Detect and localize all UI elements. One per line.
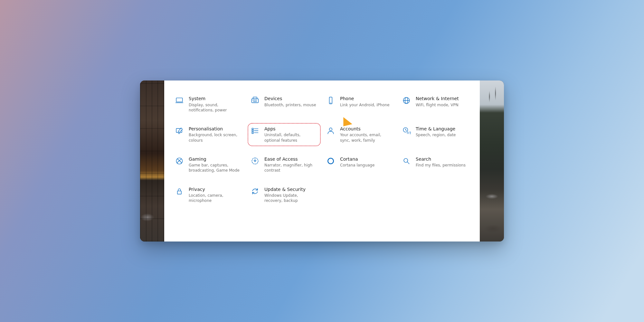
category-title: Privacy bbox=[189, 187, 241, 193]
ease-icon bbox=[250, 156, 260, 166]
svg-rect-3 bbox=[253, 97, 257, 99]
settings-category-phone[interactable]: PhoneLink your Android, iPhone bbox=[325, 94, 395, 115]
svg-point-7 bbox=[256, 100, 257, 100]
screenshot-card: SystemDisplay, sound, notifications, pow… bbox=[140, 80, 504, 242]
category-description: Link your Android, iPhone bbox=[340, 102, 390, 108]
keyboard-icon bbox=[250, 96, 260, 106]
settings-categories-grid: SystemDisplay, sound, notifications, pow… bbox=[173, 94, 471, 205]
svg-line-30 bbox=[407, 162, 409, 164]
category-title: Time & Language bbox=[416, 126, 456, 132]
category-description: Location, camera, microphone bbox=[189, 193, 241, 203]
category-description: WiFi, flight mode, VPN bbox=[416, 102, 459, 108]
settings-category-personalisation[interactable]: PersonalisationBackground, lock screen, … bbox=[173, 124, 244, 145]
category-description: Find my files, permissions bbox=[416, 163, 466, 168]
settings-category-system[interactable]: SystemDisplay, sound, notifications, pow… bbox=[173, 94, 244, 115]
category-description: Cortana language bbox=[340, 163, 374, 168]
settings-category-update-security[interactable]: Update & SecurityWindows Update, recover… bbox=[249, 185, 319, 205]
category-description: Game bar, captures, broadcasting, Game M… bbox=[189, 163, 241, 173]
svg-text:A字: A字 bbox=[407, 131, 411, 135]
svg-point-4 bbox=[253, 100, 253, 100]
svg-point-5 bbox=[254, 100, 254, 100]
svg-line-25 bbox=[405, 130, 407, 130]
category-title: Network & Internet bbox=[416, 96, 459, 102]
settings-category-gaming[interactable]: GamingGame bar, captures, broadcasting, … bbox=[173, 155, 244, 175]
category-description: Windows Update, recovery, backup bbox=[264, 193, 317, 203]
svg-rect-2 bbox=[252, 99, 259, 103]
category-description: Display, sound, notifications, power bbox=[189, 102, 241, 113]
sync-icon bbox=[250, 187, 260, 196]
category-title: Cortana bbox=[340, 156, 374, 162]
cortana-icon bbox=[326, 156, 336, 166]
svg-rect-0 bbox=[176, 98, 182, 102]
settings-category-apps[interactable]: AppsUninstall, defaults, optional featur… bbox=[249, 124, 319, 145]
phone-icon bbox=[326, 96, 336, 106]
category-title: Devices bbox=[264, 96, 316, 102]
category-title: Update & Security bbox=[264, 187, 317, 193]
settings-category-accounts[interactable]: AccountsYour accounts, email, sync, work… bbox=[325, 124, 395, 145]
laptop-icon bbox=[175, 96, 184, 106]
globe-icon bbox=[402, 96, 411, 106]
category-title: Search bbox=[416, 156, 466, 162]
settings-category-ease-of-access[interactable]: Ease of AccessNarrator, magnifier, high … bbox=[249, 155, 319, 175]
settings-category-cortana[interactable]: CortanaCortana language bbox=[325, 155, 395, 175]
search-icon bbox=[402, 156, 411, 166]
category-title: Phone bbox=[340, 96, 390, 102]
category-description: Background, lock screen, colours bbox=[189, 132, 241, 143]
settings-category-devices[interactable]: DevicesBluetooth, printers, mouse bbox=[249, 94, 319, 115]
list-icon bbox=[250, 126, 260, 136]
category-description: Narrator, magnifier, high contrast bbox=[264, 163, 317, 173]
wallpaper-right bbox=[480, 80, 504, 242]
category-title: Personalisation bbox=[189, 126, 241, 132]
category-title: Accounts bbox=[340, 126, 393, 132]
category-title: Ease of Access bbox=[264, 156, 317, 162]
lock-icon bbox=[175, 187, 184, 196]
category-description: Your accounts, email, sync, work, family bbox=[340, 132, 393, 143]
person-icon bbox=[326, 126, 336, 136]
category-title: Apps bbox=[264, 126, 317, 132]
svg-rect-17 bbox=[252, 130, 253, 131]
svg-rect-31 bbox=[177, 191, 181, 194]
category-title: System bbox=[189, 96, 241, 102]
svg-point-6 bbox=[255, 100, 255, 100]
settings-category-search[interactable]: SearchFind my files, permissions bbox=[400, 155, 471, 175]
settings-category-privacy[interactable]: PrivacyLocation, camera, microphone bbox=[173, 185, 244, 205]
svg-point-22 bbox=[329, 128, 332, 131]
svg-point-28 bbox=[328, 158, 334, 164]
settings-panel: SystemDisplay, sound, notifications, pow… bbox=[164, 80, 480, 242]
category-title: Gaming bbox=[189, 156, 241, 162]
xbox-icon bbox=[175, 156, 184, 166]
pen-monitor-icon bbox=[175, 126, 184, 136]
svg-rect-16 bbox=[252, 128, 253, 129]
settings-category-time-language[interactable]: A字Time & LanguageSpeech, region, date bbox=[400, 124, 471, 145]
clock-lang-icon: A字 bbox=[402, 126, 411, 136]
svg-rect-18 bbox=[252, 132, 253, 133]
category-description: Uninstall, defaults, optional features bbox=[264, 132, 317, 143]
category-description: Speech, region, date bbox=[416, 132, 456, 137]
settings-category-network[interactable]: Network & InternetWiFi, flight mode, VPN bbox=[400, 94, 471, 115]
category-description: Bluetooth, printers, mouse bbox=[264, 102, 316, 108]
wallpaper-left bbox=[140, 80, 164, 242]
